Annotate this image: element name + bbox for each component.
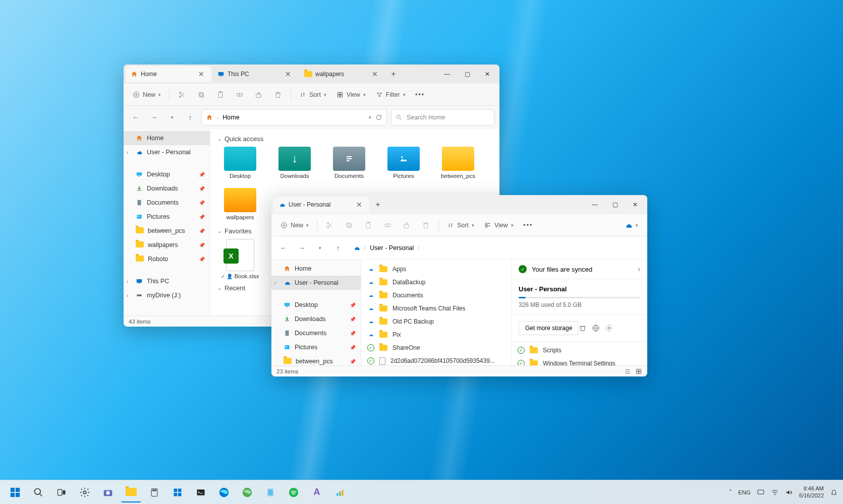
up-button[interactable]: ↑: [331, 241, 345, 255]
tab-home[interactable]: Home ✕: [126, 66, 211, 82]
tab-user-personal[interactable]: User - Personal ✕: [273, 197, 369, 213]
task-view-button[interactable]: [51, 482, 72, 502]
spotify-app-icon[interactable]: [284, 482, 304, 502]
sidebar-item[interactable]: › This PC: [124, 274, 210, 288]
settings-app-icon[interactable]: [75, 482, 95, 502]
clock[interactable]: 8:46 AM 6/16/2022: [799, 485, 824, 498]
sidebar-item[interactable]: Documents 📌: [124, 196, 210, 210]
cut-button[interactable]: [174, 87, 191, 102]
globe-icon[interactable]: [592, 324, 600, 332]
gear-icon[interactable]: [605, 324, 613, 332]
sort-button[interactable]: Sort▾: [443, 218, 478, 233]
start-button[interactable]: [5, 482, 25, 502]
app-icon-a[interactable]: A: [307, 482, 327, 502]
forward-button[interactable]: →: [147, 110, 161, 124]
language-indicator[interactable]: ENG: [738, 489, 751, 495]
chevron-right-icon[interactable]: ›: [127, 293, 128, 298]
terminal-app-icon[interactable]: [191, 482, 211, 502]
paste-button[interactable]: [360, 218, 377, 233]
sidebar-item[interactable]: Downloads 📌: [271, 312, 361, 326]
recent-locations-button[interactable]: ▾: [165, 110, 179, 124]
chevron-right-icon[interactable]: ›: [127, 279, 128, 284]
maximize-button[interactable]: ▢: [457, 67, 477, 82]
sidebar-item[interactable]: Pictures 📌: [271, 340, 361, 354]
sync-status-banner[interactable]: ✓ Your files are synced ›: [512, 260, 647, 279]
sidebar-item[interactable]: between_pcs 📌: [271, 354, 361, 365]
maximize-button[interactable]: ▢: [605, 197, 625, 212]
delete-button[interactable]: [269, 87, 287, 102]
close-icon[interactable]: ✕: [370, 69, 380, 79]
refresh-icon[interactable]: [375, 114, 382, 121]
sidebar-item[interactable]: Pictures 📌: [124, 210, 210, 224]
delete-button[interactable]: [417, 218, 434, 233]
search-input[interactable]: Search Home: [391, 109, 494, 125]
minimize-button[interactable]: —: [437, 67, 457, 82]
file-row[interactable]: ✓Windows Terminal Settings: [512, 357, 647, 365]
address-bar[interactable]: › User - Personal ›: [349, 240, 521, 256]
sidebar-item[interactable]: Downloads 📌: [124, 181, 210, 196]
view-button[interactable]: View▾: [480, 218, 518, 233]
new-button[interactable]: New▾: [129, 87, 165, 102]
chevron-right-icon[interactable]: ›: [127, 150, 128, 155]
search-button[interactable]: [28, 482, 48, 502]
app-icon[interactable]: [167, 482, 188, 502]
close-button[interactable]: ✕: [477, 67, 497, 82]
sidebar-item[interactable]: wallpapers 📌: [124, 238, 210, 252]
close-icon[interactable]: ✕: [283, 69, 293, 79]
cast-icon[interactable]: [757, 488, 765, 496]
new-button[interactable]: New▾: [276, 218, 313, 233]
sidebar-item[interactable]: › myDrive (J:): [124, 288, 210, 302]
sort-button[interactable]: Sort▾: [295, 87, 330, 102]
app-icon-chart[interactable]: [330, 482, 350, 502]
new-tab-button[interactable]: +: [370, 197, 385, 212]
address-bar[interactable]: › Home ▾: [201, 109, 387, 125]
onedrive-status-button[interactable]: ▾: [621, 218, 642, 233]
sidebar-item[interactable]: Desktop 📌: [271, 298, 361, 312]
share-button[interactable]: [398, 218, 415, 233]
section-quick-access[interactable]: ⌄Quick access: [217, 135, 492, 143]
sidebar-item[interactable]: › User - Personal: [124, 145, 210, 159]
back-button[interactable]: ←: [276, 241, 291, 255]
file-row[interactable]: ☁Old PC Backup: [361, 315, 511, 328]
file-row[interactable]: ☁DataBackup: [361, 276, 511, 289]
new-tab-button[interactable]: +: [386, 67, 401, 82]
view-button[interactable]: View▾: [332, 87, 370, 102]
recent-locations-button[interactable]: ▾: [313, 241, 327, 255]
large-icons-view-icon[interactable]: [635, 368, 642, 375]
close-icon[interactable]: ✕: [196, 69, 206, 79]
file-explorer-icon[interactable]: [121, 482, 141, 502]
breadcrumb[interactable]: User - Personal: [370, 244, 414, 251]
close-button[interactable]: ✕: [625, 197, 645, 212]
more-button[interactable]: •••: [412, 87, 429, 102]
tab-wallpapers[interactable]: wallpapers ✕: [299, 66, 385, 82]
sidebar-item[interactable]: Documents 📌: [271, 326, 361, 340]
file-row[interactable]: ☁Apps: [361, 263, 511, 276]
tab-this-pc[interactable]: This PC ✕: [212, 66, 298, 82]
copy-button[interactable]: [193, 87, 210, 102]
quick-access-item[interactable]: ↓ Downloads: [272, 147, 317, 179]
quick-access-item[interactable]: wallpapers: [217, 188, 263, 220]
recycle-bin-icon[interactable]: [579, 324, 587, 332]
rename-button[interactable]: [379, 218, 396, 233]
quick-access-item[interactable]: Desktop: [217, 147, 263, 179]
calculator-app-icon[interactable]: [144, 482, 164, 502]
file-row[interactable]: ✓ShareOne: [361, 341, 511, 354]
edge-app-icon[interactable]: [214, 482, 234, 502]
paste-button[interactable]: [212, 87, 229, 102]
file-item-excel[interactable]: X ✓👤Book.xlsx: [217, 239, 263, 279]
sidebar-item[interactable]: Desktop 📌: [124, 167, 210, 181]
quick-access-item[interactable]: Documents: [326, 147, 372, 179]
minimize-button[interactable]: —: [585, 197, 605, 212]
edge-dev-app-icon[interactable]: [237, 482, 257, 502]
rename-button[interactable]: [231, 87, 248, 102]
notifications-icon[interactable]: [830, 488, 838, 496]
sidebar-item[interactable]: Home: [271, 262, 361, 276]
sidebar-item[interactable]: between_pcs 📌: [124, 224, 210, 238]
sidebar-item[interactable]: › User - Personal: [271, 276, 361, 290]
back-button[interactable]: ←: [129, 110, 143, 124]
breadcrumb[interactable]: Home: [222, 114, 239, 121]
quick-access-item[interactable]: between_pcs: [435, 147, 481, 179]
copy-button[interactable]: [341, 218, 358, 233]
get-storage-button[interactable]: Get more storage: [519, 321, 579, 335]
file-row[interactable]: ☁Pix: [361, 328, 511, 341]
